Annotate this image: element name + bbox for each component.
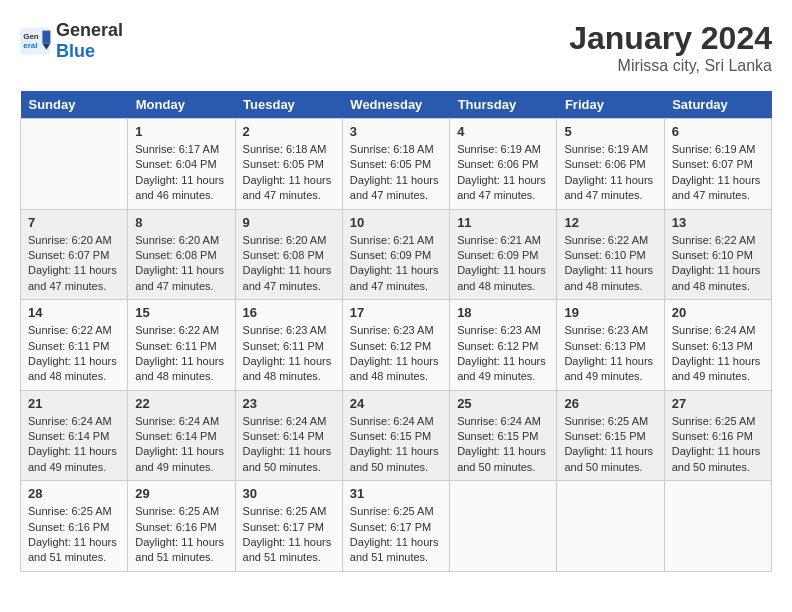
calendar-cell: 30Sunrise: 6:25 AM Sunset: 6:17 PM Dayli… <box>235 481 342 572</box>
day-info: Sunrise: 6:21 AM Sunset: 6:09 PM Dayligh… <box>457 233 549 295</box>
calendar-cell: 10Sunrise: 6:21 AM Sunset: 6:09 PM Dayli… <box>342 209 449 300</box>
calendar-cell: 12Sunrise: 6:22 AM Sunset: 6:10 PM Dayli… <box>557 209 664 300</box>
calendar-cell <box>21 119 128 210</box>
calendar-cell: 21Sunrise: 6:24 AM Sunset: 6:14 PM Dayli… <box>21 390 128 481</box>
svg-text:eral: eral <box>23 41 37 50</box>
logo-general: General <box>56 20 123 40</box>
header-day: Sunday <box>21 91 128 119</box>
day-number: 30 <box>243 486 335 501</box>
day-info: Sunrise: 6:20 AM Sunset: 6:08 PM Dayligh… <box>243 233 335 295</box>
day-number: 6 <box>672 124 764 139</box>
day-info: Sunrise: 6:25 AM Sunset: 6:16 PM Dayligh… <box>672 414 764 476</box>
day-number: 26 <box>564 396 656 411</box>
calendar-cell: 13Sunrise: 6:22 AM Sunset: 6:10 PM Dayli… <box>664 209 771 300</box>
day-info: Sunrise: 6:25 AM Sunset: 6:16 PM Dayligh… <box>28 504 120 566</box>
day-info: Sunrise: 6:24 AM Sunset: 6:14 PM Dayligh… <box>135 414 227 476</box>
day-info: Sunrise: 6:24 AM Sunset: 6:15 PM Dayligh… <box>457 414 549 476</box>
calendar-cell: 4Sunrise: 6:19 AM Sunset: 6:06 PM Daylig… <box>450 119 557 210</box>
header-day: Monday <box>128 91 235 119</box>
calendar-cell: 31Sunrise: 6:25 AM Sunset: 6:17 PM Dayli… <box>342 481 449 572</box>
day-number: 3 <box>350 124 442 139</box>
day-number: 29 <box>135 486 227 501</box>
page-header: Gen eral General Blue January 2024 Miris… <box>20 20 772 75</box>
day-info: Sunrise: 6:24 AM Sunset: 6:13 PM Dayligh… <box>672 323 764 385</box>
day-number: 25 <box>457 396 549 411</box>
main-title: January 2024 <box>569 20 772 57</box>
day-info: Sunrise: 6:24 AM Sunset: 6:14 PM Dayligh… <box>243 414 335 476</box>
calendar-week: 1Sunrise: 6:17 AM Sunset: 6:04 PM Daylig… <box>21 119 772 210</box>
day-info: Sunrise: 6:18 AM Sunset: 6:05 PM Dayligh… <box>243 142 335 204</box>
calendar-table: SundayMondayTuesdayWednesdayThursdayFrid… <box>20 91 772 572</box>
day-number: 10 <box>350 215 442 230</box>
calendar-cell: 3Sunrise: 6:18 AM Sunset: 6:05 PM Daylig… <box>342 119 449 210</box>
calendar-cell: 5Sunrise: 6:19 AM Sunset: 6:06 PM Daylig… <box>557 119 664 210</box>
calendar-cell <box>664 481 771 572</box>
day-info: Sunrise: 6:17 AM Sunset: 6:04 PM Dayligh… <box>135 142 227 204</box>
logo-icon: Gen eral <box>20 27 52 55</box>
day-info: Sunrise: 6:23 AM Sunset: 6:13 PM Dayligh… <box>564 323 656 385</box>
day-info: Sunrise: 6:25 AM Sunset: 6:17 PM Dayligh… <box>243 504 335 566</box>
calendar-cell: 24Sunrise: 6:24 AM Sunset: 6:15 PM Dayli… <box>342 390 449 481</box>
day-info: Sunrise: 6:25 AM Sunset: 6:15 PM Dayligh… <box>564 414 656 476</box>
day-number: 9 <box>243 215 335 230</box>
logo: Gen eral General Blue <box>20 20 123 62</box>
day-number: 20 <box>672 305 764 320</box>
day-number: 28 <box>28 486 120 501</box>
day-info: Sunrise: 6:19 AM Sunset: 6:07 PM Dayligh… <box>672 142 764 204</box>
calendar-cell: 8Sunrise: 6:20 AM Sunset: 6:08 PM Daylig… <box>128 209 235 300</box>
calendar-cell: 22Sunrise: 6:24 AM Sunset: 6:14 PM Dayli… <box>128 390 235 481</box>
day-info: Sunrise: 6:20 AM Sunset: 6:08 PM Dayligh… <box>135 233 227 295</box>
svg-text:Gen: Gen <box>23 32 39 41</box>
day-number: 18 <box>457 305 549 320</box>
logo-text: General Blue <box>56 20 123 62</box>
day-number: 8 <box>135 215 227 230</box>
day-number: 2 <box>243 124 335 139</box>
calendar-cell: 16Sunrise: 6:23 AM Sunset: 6:11 PM Dayli… <box>235 300 342 391</box>
day-number: 17 <box>350 305 442 320</box>
day-info: Sunrise: 6:25 AM Sunset: 6:16 PM Dayligh… <box>135 504 227 566</box>
day-number: 22 <box>135 396 227 411</box>
calendar-cell: 20Sunrise: 6:24 AM Sunset: 6:13 PM Dayli… <box>664 300 771 391</box>
day-info: Sunrise: 6:19 AM Sunset: 6:06 PM Dayligh… <box>457 142 549 204</box>
calendar-cell: 15Sunrise: 6:22 AM Sunset: 6:11 PM Dayli… <box>128 300 235 391</box>
subtitle: Mirissa city, Sri Lanka <box>569 57 772 75</box>
day-info: Sunrise: 6:22 AM Sunset: 6:11 PM Dayligh… <box>135 323 227 385</box>
calendar-cell <box>450 481 557 572</box>
logo-blue: Blue <box>56 41 95 61</box>
calendar-cell: 7Sunrise: 6:20 AM Sunset: 6:07 PM Daylig… <box>21 209 128 300</box>
day-number: 4 <box>457 124 549 139</box>
calendar-cell <box>557 481 664 572</box>
header-day: Wednesday <box>342 91 449 119</box>
svg-marker-3 <box>42 31 50 44</box>
day-info: Sunrise: 6:20 AM Sunset: 6:07 PM Dayligh… <box>28 233 120 295</box>
day-number: 23 <box>243 396 335 411</box>
calendar-cell: 26Sunrise: 6:25 AM Sunset: 6:15 PM Dayli… <box>557 390 664 481</box>
day-info: Sunrise: 6:22 AM Sunset: 6:10 PM Dayligh… <box>672 233 764 295</box>
day-info: Sunrise: 6:22 AM Sunset: 6:10 PM Dayligh… <box>564 233 656 295</box>
day-number: 12 <box>564 215 656 230</box>
day-info: Sunrise: 6:24 AM Sunset: 6:14 PM Dayligh… <box>28 414 120 476</box>
calendar-cell: 9Sunrise: 6:20 AM Sunset: 6:08 PM Daylig… <box>235 209 342 300</box>
calendar-cell: 28Sunrise: 6:25 AM Sunset: 6:16 PM Dayli… <box>21 481 128 572</box>
calendar-cell: 11Sunrise: 6:21 AM Sunset: 6:09 PM Dayli… <box>450 209 557 300</box>
day-info: Sunrise: 6:24 AM Sunset: 6:15 PM Dayligh… <box>350 414 442 476</box>
header-day: Tuesday <box>235 91 342 119</box>
day-number: 14 <box>28 305 120 320</box>
day-number: 21 <box>28 396 120 411</box>
header-day: Friday <box>557 91 664 119</box>
day-info: Sunrise: 6:23 AM Sunset: 6:12 PM Dayligh… <box>350 323 442 385</box>
calendar-week: 7Sunrise: 6:20 AM Sunset: 6:07 PM Daylig… <box>21 209 772 300</box>
header-row: SundayMondayTuesdayWednesdayThursdayFrid… <box>21 91 772 119</box>
calendar-cell: 6Sunrise: 6:19 AM Sunset: 6:07 PM Daylig… <box>664 119 771 210</box>
day-info: Sunrise: 6:18 AM Sunset: 6:05 PM Dayligh… <box>350 142 442 204</box>
header-day: Thursday <box>450 91 557 119</box>
calendar-week: 21Sunrise: 6:24 AM Sunset: 6:14 PM Dayli… <box>21 390 772 481</box>
day-number: 31 <box>350 486 442 501</box>
title-block: January 2024 Mirissa city, Sri Lanka <box>569 20 772 75</box>
calendar-cell: 1Sunrise: 6:17 AM Sunset: 6:04 PM Daylig… <box>128 119 235 210</box>
day-info: Sunrise: 6:23 AM Sunset: 6:11 PM Dayligh… <box>243 323 335 385</box>
calendar-cell: 17Sunrise: 6:23 AM Sunset: 6:12 PM Dayli… <box>342 300 449 391</box>
day-info: Sunrise: 6:25 AM Sunset: 6:17 PM Dayligh… <box>350 504 442 566</box>
day-number: 11 <box>457 215 549 230</box>
calendar-cell: 27Sunrise: 6:25 AM Sunset: 6:16 PM Dayli… <box>664 390 771 481</box>
